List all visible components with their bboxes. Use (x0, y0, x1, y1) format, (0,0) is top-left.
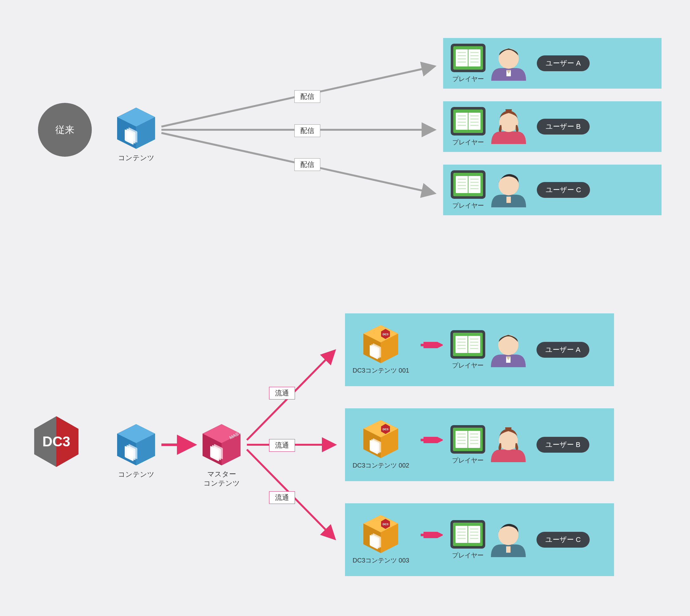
master-label: マスター コンテンツ (203, 470, 241, 488)
content-label-dc3: コンテンツ (117, 470, 155, 479)
player-a: プレイヤー (451, 44, 486, 83)
dc3-content-label-a: DC3コンテンツ 001 (353, 366, 409, 375)
player-label: プレイヤー (450, 361, 485, 370)
orange-cube-icon (363, 515, 398, 553)
avatar-c-icon (491, 173, 526, 207)
dc3-player-b: プレイヤー (450, 425, 485, 465)
content-label: コンテンツ (117, 153, 155, 163)
avatar-c-icon (491, 522, 526, 557)
dc3-user-pill-c: ユーザー C (536, 532, 590, 548)
avatar-a-icon (491, 46, 526, 81)
player-icon (450, 520, 485, 549)
section-traditional: 従来 コンテンツ 配信 配信 配信 プレイヤー ユーザー A プレイヤー ユーザ… (0, 25, 690, 228)
player-label: プレイヤー (451, 75, 486, 83)
dc3-user-pill-a: ユーザー A (536, 342, 589, 358)
avatar-b-icon (491, 109, 526, 144)
dc3-player-c: プレイヤー (450, 520, 485, 560)
flow-label-2: 流通 (269, 439, 295, 452)
player-label: プレイヤー (450, 551, 485, 560)
mini-arrow-icon (421, 437, 443, 443)
arrow-content-to-master (161, 442, 196, 448)
player-b: プレイヤー (451, 107, 486, 147)
content-cube-traditional: コンテンツ (117, 108, 155, 163)
user-pill-c: ユーザー C (537, 182, 590, 198)
player-icon (451, 170, 486, 199)
dc3-player-a: プレイヤー (450, 330, 485, 370)
orange-cube-icon (363, 325, 398, 363)
avatar-a-icon (491, 332, 526, 367)
user-pill-b: ユーザー B (537, 119, 590, 134)
player-label: プレイヤー (450, 456, 485, 465)
orange-cube-icon (363, 420, 398, 458)
cube-icon (117, 108, 155, 149)
dc3-user-card-b: DC3コンテンツ 002 プレイヤー ユーザー B (345, 408, 614, 481)
avatar-b-icon (491, 427, 526, 462)
content-cube-dc3: コンテンツ (117, 424, 155, 479)
badge-traditional: 従来 (38, 103, 92, 157)
arrow-label-3: 配信 (294, 158, 320, 171)
dc3-content-c: DC3コンテンツ 003 (353, 515, 409, 565)
user-card-c: プレイヤー ユーザー C (443, 164, 662, 215)
mini-arrow-icon (421, 532, 443, 538)
user-pill-a: ユーザー A (537, 56, 590, 71)
dc3-content-label-b: DC3コンテンツ 002 (353, 461, 409, 470)
flow-label-3: 流通 (269, 491, 295, 504)
dc3-user-card-a: DC3コンテンツ 001 プレイヤー ユーザー A (345, 313, 614, 386)
user-card-a: プレイヤー ユーザー A (443, 38, 662, 89)
player-icon (450, 425, 485, 454)
mini-arrow-icon (421, 342, 443, 348)
player-label: プレイヤー (451, 201, 486, 210)
dc3-content-label-c: DC3コンテンツ 003 (353, 556, 409, 565)
cube-icon (117, 424, 155, 465)
player-label: プレイヤー (451, 138, 486, 147)
arrow-label-1: 配信 (294, 90, 320, 103)
badge-traditional-label: 従来 (55, 124, 74, 136)
master-cube: マスター コンテンツ (203, 424, 241, 488)
flow-label-1: 流通 (269, 387, 295, 399)
master-cube-icon (203, 424, 241, 465)
player-icon (450, 330, 485, 359)
player-icon (451, 107, 486, 135)
user-card-b: プレイヤー ユーザー B (443, 101, 662, 152)
arrow-label-2: 配信 (294, 125, 320, 137)
dc3-user-card-c: DC3コンテンツ 003 プレイヤー ユーザー C (345, 503, 614, 576)
dc3-user-pill-b: ユーザー B (536, 437, 589, 453)
dc3-hex-icon (34, 416, 79, 467)
dc3-content-a: DC3コンテンツ 001 (353, 325, 409, 375)
dc3-logo (34, 416, 79, 468)
section-dc3: コンテンツ マスター コンテンツ 流通 流通 流通 DC3コンテンツ 001 プ… (0, 304, 690, 589)
player-icon (451, 44, 486, 72)
dc3-content-b: DC3コンテンツ 002 (353, 420, 409, 470)
player-c: プレイヤー (451, 170, 486, 210)
